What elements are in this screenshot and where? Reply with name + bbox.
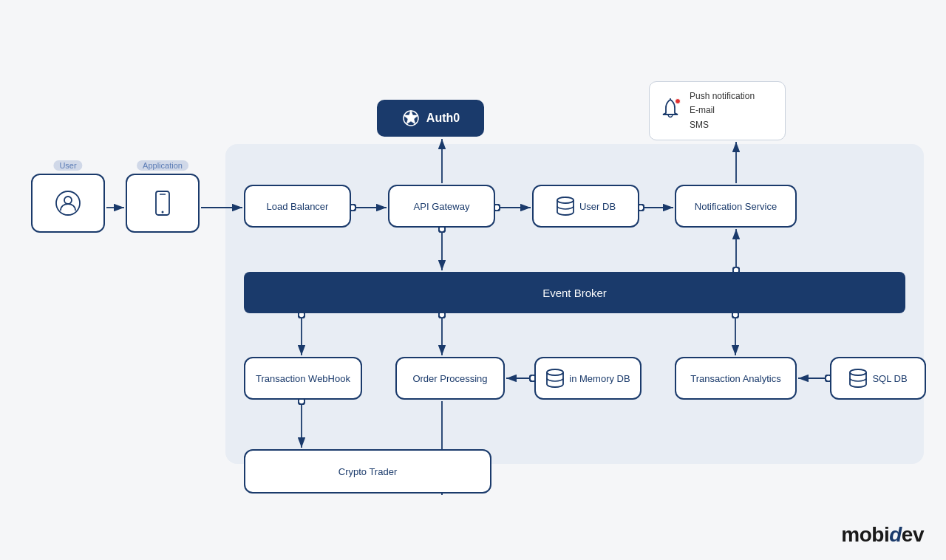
transaction-webhook-label: Transaction WebHook <box>256 373 350 384</box>
user-db-icon <box>556 196 575 216</box>
sql-db-node: SQL DB <box>830 357 926 400</box>
order-processing-label: Order Processing <box>412 373 487 384</box>
load-balancer-node: Load Balancer <box>244 185 351 228</box>
svg-point-22 <box>162 211 164 214</box>
application-icon <box>152 190 174 216</box>
diagram-area: User Application Auth0 <box>15 30 931 530</box>
sql-db-label: SQL DB <box>872 373 907 384</box>
email-label: E-mail <box>690 103 755 117</box>
event-broker-node: Event Broker <box>244 272 905 313</box>
api-gateway-label: API Gateway <box>414 201 470 212</box>
in-memory-db-label: in Memory DB <box>569 373 630 384</box>
user-db-node: User DB <box>532 185 639 228</box>
transaction-analytics-node: Transaction Analytics <box>675 357 797 400</box>
auth0-node: Auth0 <box>377 100 484 137</box>
sql-db-icon <box>848 368 868 389</box>
crypto-trader-node: Crypto Trader <box>244 449 491 494</box>
notification-info-text: Push notification E-mail SMS <box>690 89 755 132</box>
auth0-icon <box>401 109 421 128</box>
notification-service-label: Notification Service <box>695 201 777 212</box>
in-memory-db-node: in Memory DB <box>534 357 642 400</box>
order-processing-node: Order Processing <box>395 357 505 400</box>
user-node: User <box>31 174 105 233</box>
memory-db-icon <box>545 368 565 389</box>
event-broker-label: Event Broker <box>542 287 607 299</box>
notification-service-node: Notification Service <box>675 185 797 228</box>
transaction-analytics-label: Transaction Analytics <box>690 373 780 384</box>
notification-dot <box>675 98 681 104</box>
load-balancer-label: Load Balancer <box>267 201 329 212</box>
user-label: User <box>53 160 82 171</box>
api-gateway-node: API Gateway <box>388 185 495 228</box>
svg-point-27 <box>557 197 574 203</box>
mobidev-logo: mobidev <box>841 523 924 547</box>
logo-slash: d <box>889 523 902 546</box>
svg-point-19 <box>56 191 80 215</box>
crypto-trader-label: Crypto Trader <box>338 466 397 477</box>
bell-icon-container <box>659 97 682 125</box>
application-label: Application <box>137 160 188 171</box>
svg-point-29 <box>850 369 866 375</box>
user-icon <box>55 190 81 216</box>
user-db-label: User DB <box>579 201 616 212</box>
svg-point-28 <box>547 369 563 375</box>
sms-label: SMS <box>690 118 755 132</box>
auth0-label: Auth0 <box>426 112 460 125</box>
transaction-webhook-node: Transaction WebHook <box>244 357 362 400</box>
push-notif-label: Push notification <box>690 89 755 103</box>
notification-info-box: Push notification E-mail SMS <box>649 81 786 140</box>
application-node: Application <box>126 174 200 233</box>
